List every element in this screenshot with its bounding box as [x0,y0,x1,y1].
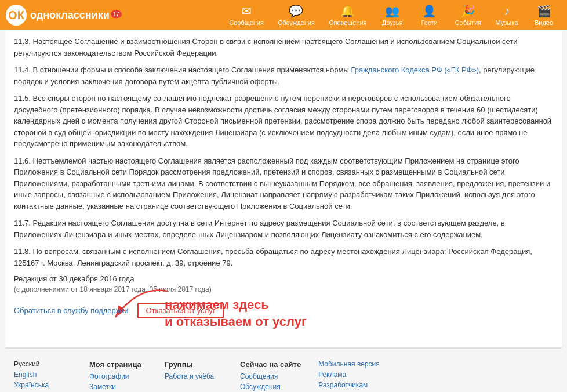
footer-now-title: Сейчас на сайте [240,360,301,369]
footer-notes-link[interactable]: Заметки [89,383,147,391]
footer-groups-title: Группы [165,360,223,369]
footer-photos-link[interactable]: Фотографии [89,372,147,380]
nav-video-label: Видео [535,19,553,26]
edition-date: Редакция от 30 декабря 2016 года [14,274,553,283]
nav-guests[interactable]: 👤 Гости [412,1,447,30]
para-11-5: 11.5. Все споры сторон по настоящему сог… [14,93,553,150]
footer: Русский English Українська Қазақ тілі Հա… [5,348,562,392]
nav-friends[interactable]: 👥 Друзья [375,1,410,30]
video-icon: 🎬 [537,4,551,18]
nav-bar: ✉ Сообщения 💬 Обсуждения 🔔 Оповещения 👥 … [223,1,561,30]
ok-logo-icon: ОК [6,5,27,26]
events-icon: 🎉 [461,4,475,18]
nav-music-label: Музыка [496,19,518,26]
guests-icon: 👤 [422,4,437,18]
para-11-3: 11.3. Настоящее Соглашение и взаимоотнош… [14,36,553,59]
actions-row: Обратиться в службу поддержки Отказаться… [14,303,553,318]
footer-mobile-col: Мобильная версия Реклама Разработчикам Р… [318,360,383,392]
header: ОК одноклассники 17 ✉ Сообщения 💬 Обсужд… [0,0,567,30]
notifications-icon: 🔔 [340,4,355,18]
nav-notifications[interactable]: 🔔 Оповещения [323,1,373,30]
nav-messages-label: Сообщения [229,19,264,26]
para-11-6: 11.6. Неотъемлемой частью настоящего Сог… [14,155,553,212]
footer-now-discussions-link[interactable]: Обсуждения [240,383,301,391]
nav-notifications-label: Оповещения [329,19,367,26]
nav-messages[interactable]: ✉ Сообщения [223,1,270,30]
logo-area[interactable]: ОК одноклассники 17 [6,5,122,26]
footer-now-col: Сейчас на сайте Сообщения Обсуждения Опо… [240,360,301,392]
nav-friends-label: Друзья [382,19,403,26]
para-11-7-text: 11.7. Редакция настоящего Соглашения дос… [14,219,505,239]
messages-icon: ✉ [242,4,252,18]
edition-sub: (с дополнениями от 18 января 2017 года, … [14,285,553,293]
nav-music[interactable]: ♪ Музыка [489,1,524,30]
nav-video[interactable]: 🎬 Видео [526,1,561,30]
para-11-7: 11.7. Редакция настоящего Соглашения дос… [14,217,553,240]
footer-ads-link[interactable]: Реклама [318,371,383,379]
para-11-8: 11.8. По вопросам, связанным с исполнени… [14,246,553,268]
nav-events[interactable]: 🎉 События [449,1,487,30]
music-icon: ♪ [504,5,510,18]
lang-english[interactable]: English [14,371,72,379]
support-link[interactable]: Обратиться в службу поддержки [14,306,128,315]
friends-icon: 👥 [385,4,399,18]
nav-events-label: События [455,19,481,26]
lang-ukrainian[interactable]: Українська [14,381,72,389]
para-11-4-text: 11.4. В отношении формы и способа заключ… [14,66,535,86]
footer-developers-link[interactable]: Разработчикам [318,381,383,389]
nav-guests-label: Гости [421,19,438,26]
main-wrapper: 11.3. Настоящее Соглашение и взаимоотнош… [5,30,562,392]
footer-my-page-col: Моя страница Фотографии Заметки Праздник… [89,360,147,392]
content-area: 11.3. Настоящее Соглашение и взаимоотнош… [5,30,562,347]
nav-discussions[interactable]: 💬 Обсуждения [272,1,321,30]
refuse-services-button[interactable]: Отказаться от услуг [137,303,223,318]
footer-my-page-title: Моя страница [89,360,147,369]
footer-inner: Русский English Українська Қазақ тілі Հա… [14,360,553,392]
footer-groups-col: Группы Работа и учёба Мои игры Развлечен… [165,360,223,392]
footer-languages-col: Русский English Українська Қазақ тілі Հա… [14,360,72,392]
discussions-icon: 💬 [289,4,303,18]
nav-discussions-label: Обсуждения [278,19,315,26]
footer-work-study-link[interactable]: Работа и учёба [165,372,223,380]
actions-annotation-area: нажимаем здесь и отказываем от услуг Обр… [14,303,553,318]
logo-text: одноклассники [30,9,110,21]
footer-mobile-link[interactable]: Мобильная версия [318,360,383,368]
para-11-4: 11.4. В отношении формы и способа заключ… [14,64,553,87]
lang-russian[interactable]: Русский [14,360,72,368]
notification-badge: 17 [111,10,122,18]
link-civil-code[interactable]: Гражданского Кодекса РФ («ГК РФ») [351,66,479,74]
footer-now-messages-link[interactable]: Сообщения [240,372,301,380]
